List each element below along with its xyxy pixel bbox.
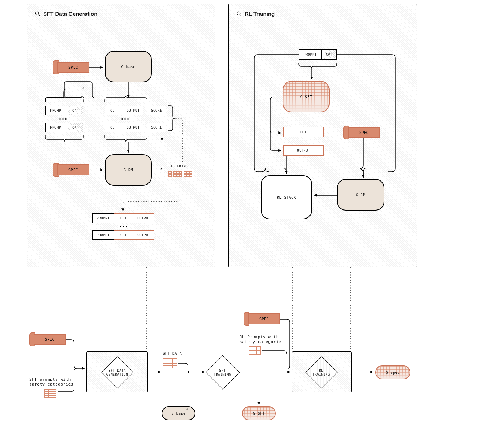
diagram-stage: SFT Data Generation SPEC G_base PROMPT C… [0, 0, 504, 443]
wires-pipeline [0, 0, 504, 443]
